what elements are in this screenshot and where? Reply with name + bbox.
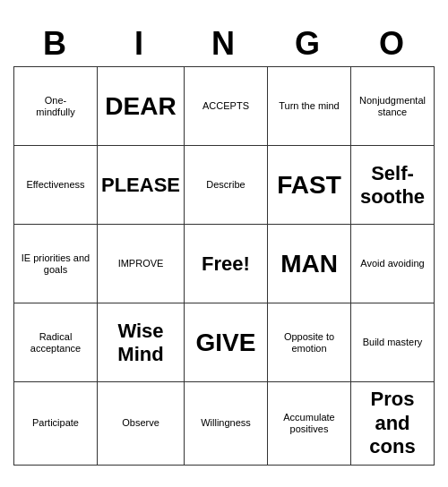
cell-label: IE priorities and goals: [18, 252, 93, 276]
bingo-cell-4: Nonjudgmental stance: [351, 67, 435, 146]
bingo-cell-14: Avoid avoiding: [351, 225, 435, 303]
cell-label: FAST: [277, 170, 341, 201]
cell-label: ACCEPTS: [202, 100, 249, 112]
bingo-cell-12: Free!: [185, 225, 268, 303]
bingo-cell-19: Build mastery: [351, 303, 435, 382]
header-letter: I: [98, 21, 182, 66]
cell-label: Observe: [122, 417, 159, 429]
bingo-cell-8: FAST: [268, 146, 351, 225]
cell-label: Opposite to emotion: [271, 331, 347, 355]
header-letter: B: [13, 21, 98, 66]
bingo-cell-15: Radical acceptance: [14, 303, 98, 382]
bingo-cell-0: One-mindfully: [14, 67, 98, 146]
bingo-card: BINGO One-mindfullyDEARACCEPTSTurn the m…: [13, 21, 435, 465]
bingo-cell-22: Willingness: [185, 382, 268, 465]
bingo-cell-9: Self-soothe: [351, 146, 435, 225]
bingo-cell-10: IE priorities and goals: [14, 225, 98, 303]
cell-label: Build mastery: [363, 337, 423, 348]
cell-label: Radical acceptance: [18, 331, 93, 355]
header-letter: G: [266, 21, 350, 66]
bingo-cell-16: Wise Mind: [98, 303, 185, 382]
bingo-cell-5: Effectiveness: [14, 146, 98, 225]
cell-label: PLEASE: [101, 174, 180, 197]
cell-label: Describe: [206, 179, 245, 191]
cell-label: Free!: [202, 252, 250, 276]
bingo-cell-6: PLEASE: [98, 146, 185, 225]
bingo-cell-3: Turn the mind: [268, 67, 351, 146]
cell-label: Avoid avoiding: [360, 258, 424, 269]
bingo-cell-11: IMPROVE: [98, 225, 185, 303]
bingo-cell-1: DEAR: [98, 67, 185, 146]
cell-label: DEAR: [105, 91, 176, 122]
bingo-cell-20: Participate: [14, 382, 98, 465]
cell-label: IMPROVE: [118, 258, 164, 269]
bingo-cell-24: Pros and cons: [351, 382, 435, 465]
cell-label: Participate: [32, 417, 79, 429]
cell-label: GIVE: [196, 328, 256, 358]
cell-label: Accumulate positives: [271, 412, 347, 435]
cell-label: Willingness: [201, 417, 251, 429]
bingo-cell-2: ACCEPTS: [185, 67, 268, 146]
bingo-cell-17: GIVE: [185, 303, 268, 382]
bingo-cell-7: Describe: [185, 146, 268, 225]
cell-label: Effectiveness: [26, 179, 84, 191]
cell-label: One-mindfully: [36, 95, 74, 118]
cell-label: Nonjudgmental stance: [355, 95, 430, 118]
bingo-cell-13: MAN: [268, 225, 351, 303]
bingo-cell-18: Opposite to emotion: [268, 303, 351, 382]
cell-label: Turn the mind: [279, 100, 339, 112]
cell-label: MAN: [280, 249, 338, 279]
header-letter: N: [182, 21, 266, 66]
bingo-grid: One-mindfullyDEARACCEPTSTurn the mindNon…: [13, 66, 435, 465]
cell-label: Self-soothe: [360, 162, 425, 209]
bingo-cell-21: Observe: [98, 382, 185, 465]
cell-label: Pros and cons: [355, 388, 430, 458]
cell-label: Wise Mind: [101, 320, 180, 367]
header-letter: O: [350, 21, 435, 66]
bingo-header: BINGO: [13, 21, 435, 66]
bingo-cell-23: Accumulate positives: [268, 382, 351, 465]
